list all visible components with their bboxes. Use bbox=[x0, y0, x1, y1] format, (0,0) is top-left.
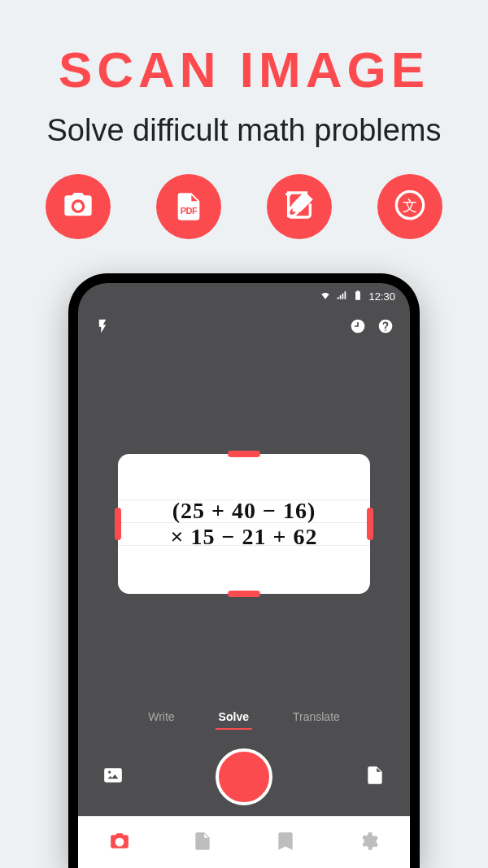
scan-card: (25 + 40 − 16) × 15 − 21 + 62 bbox=[118, 454, 370, 594]
nav-settings[interactable] bbox=[358, 831, 379, 855]
status-time: 12:30 bbox=[368, 290, 395, 303]
clock-icon[interactable] bbox=[350, 318, 366, 338]
bottom-nav bbox=[78, 816, 410, 868]
shutter-button[interactable] bbox=[216, 748, 272, 805]
crop-handle-right[interactable] bbox=[367, 508, 373, 540]
app-top-bar bbox=[78, 309, 410, 347]
camera-icon bbox=[62, 189, 94, 225]
svg-text:文: 文 bbox=[403, 197, 417, 214]
flash-icon[interactable] bbox=[94, 318, 111, 338]
mode-translate[interactable]: Translate bbox=[290, 705, 343, 730]
nav-bookmark[interactable] bbox=[275, 831, 296, 855]
phone-mockup: 12:30 (25 + 40 − 16) × 15 − 21 + 62 Writ… bbox=[68, 273, 420, 868]
pdf-badge: PDF bbox=[179, 205, 199, 216]
mode-write[interactable]: Write bbox=[145, 705, 177, 730]
crop-handle-top[interactable] bbox=[228, 451, 260, 457]
pdf-icon: PDF bbox=[172, 190, 205, 223]
hero-subtitle: Solve difficult math problems bbox=[46, 113, 441, 148]
pdf-export-button[interactable] bbox=[364, 765, 386, 789]
scan-viewport: (25 + 40 − 16) × 15 − 21 + 62 bbox=[78, 347, 410, 700]
capture-row bbox=[78, 738, 410, 816]
gallery-button[interactable] bbox=[102, 765, 124, 789]
mode-selector: Write Solve Translate bbox=[78, 700, 410, 738]
help-icon[interactable] bbox=[377, 318, 394, 338]
feature-translate[interactable]: 文 bbox=[377, 174, 442, 239]
status-bar: 12:30 bbox=[78, 283, 410, 309]
feature-pdf[interactable]: PDF bbox=[156, 174, 221, 239]
crop-handle-left[interactable] bbox=[115, 508, 121, 540]
feature-edit[interactable] bbox=[267, 174, 332, 239]
crop-handle-bottom[interactable] bbox=[228, 591, 260, 597]
translate-icon: 文 bbox=[394, 189, 426, 225]
edit-icon bbox=[283, 189, 316, 225]
math-line-2: × 15 − 21 + 62 bbox=[171, 524, 318, 550]
mode-solve[interactable]: Solve bbox=[216, 705, 252, 730]
hero-title: SCAN IMAGE bbox=[59, 41, 429, 98]
battery-icon bbox=[352, 290, 364, 303]
wifi-icon bbox=[320, 290, 331, 303]
nav-files[interactable] bbox=[192, 831, 213, 855]
math-line-1: (25 + 40 − 16) bbox=[172, 498, 316, 524]
signal-icon bbox=[336, 290, 347, 303]
feature-row: PDF 文 bbox=[46, 174, 442, 239]
nav-camera[interactable] bbox=[109, 831, 130, 855]
feature-camera[interactable] bbox=[46, 174, 111, 239]
